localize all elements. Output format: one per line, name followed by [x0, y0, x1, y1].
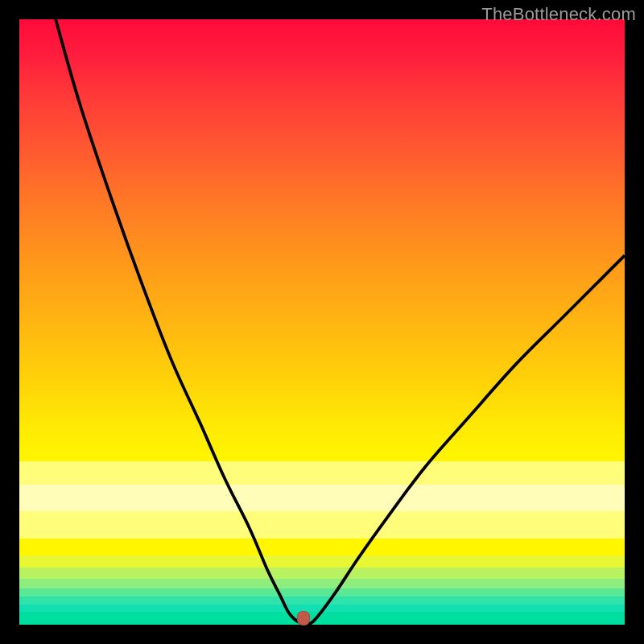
bg-band-yellow — [19, 539, 625, 555]
bg-band-green-4 — [19, 597, 625, 605]
plot-area — [19, 19, 625, 625]
bg-band-green-5 — [19, 605, 625, 612]
bg-band-pale-yellow-2 — [19, 485, 625, 512]
bg-gradient-red-yellow — [19, 19, 625, 461]
bg-band-pale-yellow-1 — [19, 461, 625, 485]
bg-band-pale-yellow-3 — [19, 511, 625, 539]
watermark-text: TheBottleneck.com — [481, 4, 636, 25]
bg-band-green-1 — [19, 568, 625, 579]
bg-band-green-3 — [19, 588, 625, 597]
chart-frame: TheBottleneck.com — [0, 0, 644, 644]
bg-band-green-6 — [19, 612, 625, 625]
bg-band-green-2 — [19, 579, 625, 588]
optimal-point-marker — [297, 611, 310, 625]
bg-band-yellowgreen — [19, 555, 625, 568]
